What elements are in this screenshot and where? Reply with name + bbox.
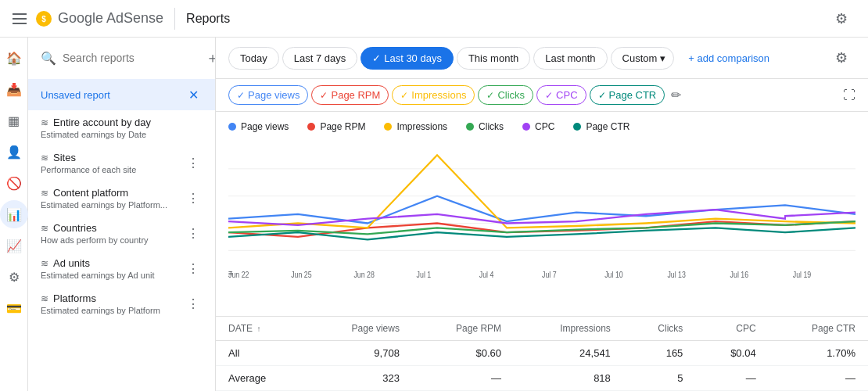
sidebar-item-platforms[interactable]: ≋ Platforms Estimated earnings by Platfo… [28,286,215,321]
legend-dot-page-ctr [573,123,581,131]
edit-metrics-icon[interactable]: ✏ [671,88,681,102]
col-header-impressions: Impressions [514,317,623,341]
close-report-button[interactable]: ✕ [184,85,203,104]
metric-tab-page-views[interactable]: ✓ Page views [228,85,308,105]
hamburger-menu[interactable] [13,13,27,24]
chart-svg: Jun 22 Jun 25 Jun 28 Jul 1 Jul 4 Jul 7 J… [228,142,855,282]
sidebar-item-more-3[interactable]: ⋮ [184,224,203,243]
metric-tab-page-rpm[interactable]: ✓ Page RPM [311,85,389,105]
settings-button[interactable]: ⚙ [827,5,855,33]
line-chart: Jun 22 Jun 25 Jun 28 Jul 1 Jul 4 Jul 7 J… [228,142,855,282]
col-header-date: DATE ↑ [216,317,307,341]
legend-dot-clicks [466,123,474,131]
sidebar-item-sites[interactable]: ≋ Sites Performance of each site ⋮ [28,145,215,181]
col-header-clicks: Clicks [623,317,696,341]
sidebar-item-content-platform[interactable]: ≋ Content platform Estimated earnings by… [28,181,215,216]
cell-date-average: Average [216,366,307,391]
custom-button[interactable]: Custom ▾ [611,47,675,70]
nav-reports-icon[interactable]: 📊 [0,200,28,228]
layout: 🏠 📥 ▦ 👤 🚫 📊 📈 ⚙ 💳 🔍 ＋ Unsaved report ✕ ≋… [0,38,868,391]
this-month-button[interactable]: This month [457,47,530,70]
sidebar-item-ad-units[interactable]: ≋ Ad units Estimated earnings by Ad unit… [28,251,215,286]
svg-text:Jul 10: Jul 10 [604,270,622,279]
sidebar-item-title-1: Sites [53,152,76,163]
col-header-page-views: Page views [307,317,412,341]
sidebar-item-title-2: Content platform [53,187,128,199]
date-bar-right: ⚙ [827,44,855,72]
main-content: Today Last 7 days ✓ Last 30 days This mo… [216,38,868,391]
svg-text:Jul 7: Jul 7 [542,270,557,279]
svg-text:Jul 16: Jul 16 [730,270,748,279]
today-button[interactable]: Today [228,47,279,70]
page-title: Reports [186,12,230,26]
sidebar-item-countries[interactable]: ≋ Countries How ads perform by country ⋮ [28,216,215,251]
sidebar: 🔍 ＋ Unsaved report ✕ ≋ Entire account by… [28,38,216,391]
chart-area: Page views Page RPM Impressions Clicks C… [216,112,868,316]
sidebar-item-sub-2: Estimated earnings by Platform... [41,200,184,210]
legend-item-cpc: CPC [522,121,554,132]
sort-icon-date[interactable]: ↑ [256,325,260,333]
nav-users-icon[interactable]: 👤 [0,138,28,166]
nav-home-icon[interactable]: 🏠 [0,44,28,72]
sidebar-item-title-0: Entire account by day [53,117,151,128]
col-header-page-rpm: Page RPM [412,317,514,341]
sidebar-item-more-2[interactable]: ⋮ [184,189,203,208]
sidebar-item-sub-1: Performance of each site [41,165,184,174]
legend-dot-page-rpm [307,123,315,131]
nav-optimize-icon[interactable]: ⚙ [0,263,28,291]
last7-button[interactable]: Last 7 days [282,47,358,70]
metric-tab-page-ctr[interactable]: ✓ Page CTR [590,85,665,105]
cell-impressions-average: 818 [514,366,623,391]
nav-inbox-icon[interactable]: 📥 [0,75,28,103]
left-nav: 🏠 📥 ▦ 👤 🚫 📊 📈 ⚙ 💳 [0,38,28,391]
legend-label-page-views: Page views [241,121,289,132]
nav-content-icon[interactable]: ▦ [0,106,28,135]
metric-tab-clicks[interactable]: ✓ Clicks [478,85,533,105]
svg-text:≡: ≡ [228,267,233,278]
svg-text:Jun 28: Jun 28 [353,270,374,279]
sidebar-item-title-4: Ad units [53,257,90,269]
last30-button[interactable]: ✓ Last 30 days [360,47,454,70]
nav-analytics-icon[interactable]: 📈 [0,231,28,260]
chart-settings-button[interactable]: ⚙ [827,44,855,72]
add-comparison-button[interactable]: + add comparison [680,48,777,69]
cell-page-views-average: 323 [307,366,412,391]
nav-payments-icon[interactable]: 💳 [0,294,28,322]
cell-page-ctr-all: 1.70% [769,341,868,366]
sidebar-item-entire-account[interactable]: ≋ Entire account by day Estimated earnin… [28,110,215,145]
legend-label-page-ctr: Page CTR [586,121,629,132]
sidebar-item-more-1[interactable]: ⋮ [184,154,203,173]
metric-tab-cpc[interactable]: ✓ CPC [536,85,586,105]
squiggle-icon-1: ≋ [41,152,48,163]
check-icon-clicks: ✓ [486,90,494,101]
add-report-button[interactable]: ＋ [206,47,216,69]
legend-dot-impressions [384,123,392,131]
col-header-page-ctr: Page CTR [769,317,868,341]
legend-label-page-rpm: Page RPM [320,121,365,132]
search-icon: 🔍 [41,51,56,66]
search-input[interactable] [63,52,199,64]
adsense-logo-icon: $ [34,9,53,28]
table-header-row: DATE ↑ Page views Page RPM Impressions C… [216,317,868,341]
active-report-item[interactable]: Unsaved report ✕ [28,79,215,110]
check-icon-impressions: ✓ [400,90,408,101]
legend-label-impressions: Impressions [396,121,447,132]
last-month-button[interactable]: Last month [533,47,607,70]
cell-cpc-average: — [695,366,768,391]
legend-item-page-rpm: Page RPM [307,121,365,132]
data-table: DATE ↑ Page views Page RPM Impressions C… [216,317,868,391]
sidebar-item-more-4[interactable]: ⋮ [184,260,203,278]
col-header-cpc: CPC [695,317,768,341]
squiggle-icon-2: ≋ [41,188,48,199]
sidebar-item-more-5[interactable]: ⋮ [184,295,203,314]
expand-chart-button[interactable]: ⛶ [843,88,855,102]
sidebar-item-sub-3: How ads perform by country [41,235,184,245]
squiggle-icon-5: ≋ [41,293,48,304]
topbar: $ Google AdSense Reports ⚙ [0,0,868,38]
svg-text:Jul 4: Jul 4 [479,270,494,279]
check-icon-page-views: ✓ [237,90,245,101]
squiggle-icon-3: ≋ [41,223,48,234]
metric-tab-impressions[interactable]: ✓ Impressions [392,85,475,105]
nav-block-icon[interactable]: 🚫 [0,169,28,197]
legend-label-cpc: CPC [535,121,554,132]
